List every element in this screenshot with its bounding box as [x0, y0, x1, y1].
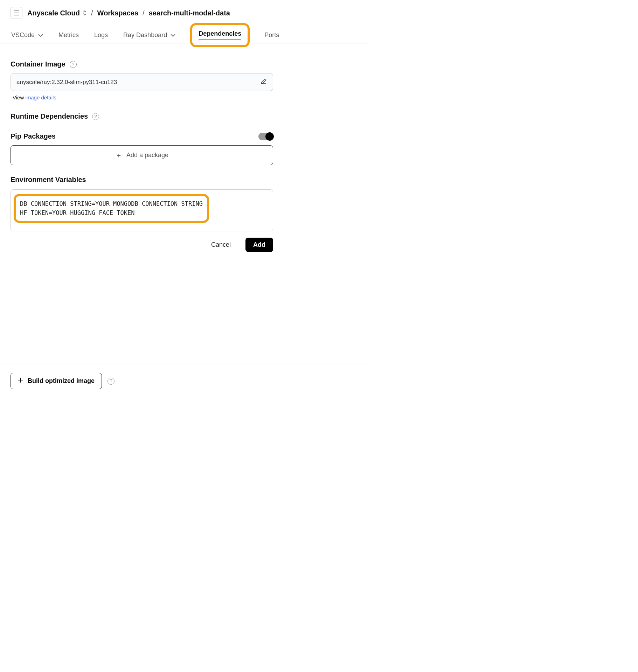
- help-icon[interactable]: ?: [108, 378, 115, 385]
- pip-packages-title: Pip Packages: [11, 132, 56, 140]
- tab-logs-label: Logs: [94, 31, 108, 39]
- top-bar: Anyscale Cloud / Workspaces / search-mul…: [0, 0, 368, 23]
- help-icon[interactable]: ?: [70, 61, 77, 68]
- plus-icon: ＋: [115, 150, 122, 160]
- container-image-value: anyscale/ray:2.32.0-slim-py311-cu123: [16, 79, 117, 86]
- container-image-title-text: Container Image: [11, 60, 65, 68]
- tab-ray-dashboard-label: Ray Dashboard: [123, 31, 167, 39]
- hamburger-icon: [14, 10, 19, 15]
- build-optimized-image-label: Build optimized image: [28, 377, 95, 385]
- tab-vscode-label: VSCode: [11, 31, 35, 39]
- tab-ray-dashboard[interactable]: Ray Dashboard: [123, 27, 176, 43]
- image-details-prefix: View: [13, 94, 25, 100]
- env-vars-input[interactable]: DB_CONNECTION_STRING=YOUR_MONGODB_CONNEC…: [11, 189, 273, 231]
- menu-button[interactable]: [11, 7, 22, 19]
- runtime-deps-title: Runtime Dependencies ?: [11, 112, 273, 120]
- container-image-title: Container Image ?: [11, 60, 273, 68]
- edit-button[interactable]: [260, 78, 267, 86]
- plus-icon: [18, 377, 23, 385]
- env-action-row: Cancel Add: [11, 238, 273, 252]
- updown-icon: [83, 10, 87, 16]
- help-icon[interactable]: ?: [92, 113, 99, 120]
- content: Container Image ? anyscale/ray:2.32.0-sl…: [0, 43, 284, 262]
- pip-packages-header: Pip Packages: [11, 132, 273, 140]
- breadcrumb-org-label: Anyscale Cloud: [27, 9, 80, 17]
- breadcrumb-section-label: Workspaces: [97, 9, 138, 17]
- env-var-line-1: DB_CONNECTION_STRING=YOUR_MONGODB_CONNEC…: [20, 200, 203, 209]
- breadcrumb-resource[interactable]: search-multi-modal-data: [149, 9, 230, 17]
- env-vars-title: Environment Variables: [11, 176, 86, 184]
- tab-metrics[interactable]: Metrics: [58, 27, 79, 43]
- add-package-button[interactable]: ＋ Add a package: [11, 145, 273, 165]
- breadcrumb-org[interactable]: Anyscale Cloud: [27, 9, 87, 17]
- tab-ports[interactable]: Ports: [264, 27, 280, 43]
- tab-logs[interactable]: Logs: [93, 27, 109, 43]
- breadcrumb-resource-label: search-multi-modal-data: [149, 9, 230, 17]
- image-details-line: View image details: [11, 94, 273, 100]
- tab-ports-label: Ports: [264, 31, 279, 39]
- runtime-deps-title-text: Runtime Dependencies: [11, 112, 88, 120]
- chevron-down-icon: [171, 31, 175, 39]
- toggle-knob: [265, 132, 274, 141]
- breadcrumb-sep: /: [143, 9, 145, 17]
- tab-bar: VSCode Metrics Logs Ray Dashboard Depend…: [0, 23, 368, 43]
- tab-dependencies-label: Dependencies: [199, 30, 241, 40]
- breadcrumb-sep: /: [91, 9, 93, 17]
- pip-packages-toggle[interactable]: [258, 133, 273, 140]
- breadcrumb: Anyscale Cloud / Workspaces / search-mul…: [27, 9, 230, 17]
- cancel-button[interactable]: Cancel: [203, 238, 238, 252]
- env-vars-highlight: DB_CONNECTION_STRING=YOUR_MONGODB_CONNEC…: [14, 194, 209, 223]
- add-package-label: Add a package: [126, 152, 168, 159]
- breadcrumb-section[interactable]: Workspaces: [97, 9, 138, 17]
- image-details-link[interactable]: image details: [25, 94, 56, 100]
- footer-bar: Build optimized image ?: [0, 364, 368, 398]
- env-vars-header: Environment Variables: [11, 176, 273, 184]
- tab-vscode[interactable]: VSCode: [11, 27, 44, 43]
- add-button[interactable]: Add: [245, 238, 273, 252]
- tab-dependencies[interactable]: Dependencies: [190, 23, 250, 47]
- build-optimized-image-button[interactable]: Build optimized image: [11, 373, 102, 389]
- chevron-down-icon: [38, 31, 43, 39]
- tab-metrics-label: Metrics: [58, 31, 79, 39]
- container-image-field: anyscale/ray:2.32.0-slim-py311-cu123: [11, 73, 273, 91]
- env-var-line-2: HF_TOKEN=YOUR_HUGGING_FACE_TOKEN: [20, 209, 203, 218]
- pencil-icon: [260, 78, 267, 85]
